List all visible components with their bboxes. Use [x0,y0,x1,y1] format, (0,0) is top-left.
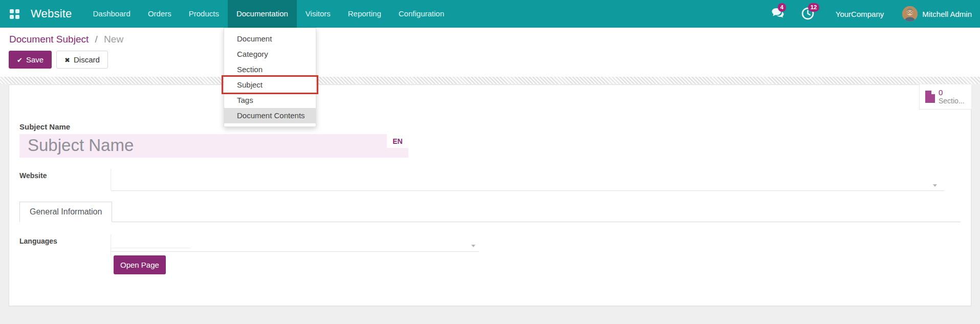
control-panel: Document Subject / New ✔Save ✖Discard [0,28,980,77]
languages-cell-separator [111,234,111,256]
nav-item-documentation[interactable]: Documentation [228,0,297,28]
website-label: Website [19,171,47,180]
content-area: 0 Sectio... Subject Name EN Website Gene… [0,77,980,324]
activities-button[interactable]: 12 [801,7,815,20]
menu-item-document[interactable]: Document [224,31,316,47]
tab-general-information[interactable]: General Information [19,202,112,222]
times-icon: ✖ [64,56,70,64]
discard-button-label: Discard [74,55,100,64]
sections-stat-button[interactable]: 0 Sectio... [919,84,971,110]
website-cell-separator [111,169,111,190]
discard-button[interactable]: ✖Discard [56,51,108,69]
user-avatar[interactable] [902,6,918,21]
tour-highlight-band [0,77,980,84]
nav-item-reporting[interactable]: Reporting [339,0,390,28]
languages-select-input[interactable] [111,251,479,252]
documentation-dropdown-menu: Document Category Section Subject Tags D… [224,28,316,127]
subject-name-input[interactable] [19,134,408,158]
apps-menu-button[interactable] [0,0,29,28]
open-page-button[interactable]: Open Page [114,255,166,274]
nav-item-orders[interactable]: Orders [139,0,180,28]
form-sheet: 0 Sectio... Subject Name EN Website Gene… [9,84,971,306]
nav-item-products[interactable]: Products [180,0,228,28]
check-icon: ✔ [17,56,23,64]
stat-label: Sectio... [939,97,965,105]
avatar-image [902,6,918,21]
menu-item-category[interactable]: Category [224,47,316,62]
nav-item-configuration[interactable]: Configuration [390,0,453,28]
website-select-input[interactable] [111,190,944,191]
document-page-icon [925,91,935,103]
website-caret-down-icon[interactable] [933,184,937,187]
menu-item-document-contents[interactable]: Document Contents [224,108,316,123]
nav-item-visitors[interactable]: Visitors [297,0,339,28]
languages-caret-down-icon[interactable] [471,245,475,247]
nav-item-dashboard[interactable]: Dashboard [84,0,139,28]
breadcrumb-parent-link[interactable]: Document Subject [9,34,89,45]
subject-name-field-wrap: EN [19,134,408,158]
form-action-buttons: ✔Save ✖Discard [9,51,108,69]
breadcrumb-current: New [104,34,123,45]
user-menu[interactable]: Mitchell Admin [922,10,972,18]
stat-value: 0 [939,89,965,97]
subject-name-label: Subject Name [19,122,70,131]
save-button[interactable]: ✔Save [9,51,52,69]
apps-grid-icon [10,9,19,19]
top-navbar: Website Dashboard Orders Products Docume… [0,0,980,28]
company-switcher[interactable]: YourCompany [836,10,884,18]
languages-tags-input-line [111,248,191,248]
messages-count-badge: 4 [778,3,786,12]
translation-language-badge[interactable]: EN [387,134,408,148]
app-brand-title[interactable]: Website [31,7,72,20]
systray: 4 12 YourCompany Mitchell Admin [771,6,980,21]
messages-button[interactable]: 4 [771,7,785,20]
languages-label: Languages [19,237,57,245]
menu-item-tags[interactable]: Tags [224,93,316,108]
breadcrumb: Document Subject / New [9,34,123,45]
menu-item-subject[interactable]: Subject [224,77,316,93]
menu-item-section[interactable]: Section [224,62,316,77]
breadcrumb-separator: / [95,34,98,45]
notebook-tabs: General Information [19,202,961,222]
activities-count-badge: 12 [808,3,819,12]
save-button-label: Save [26,55,43,64]
stat-text: 0 Sectio... [939,89,965,105]
